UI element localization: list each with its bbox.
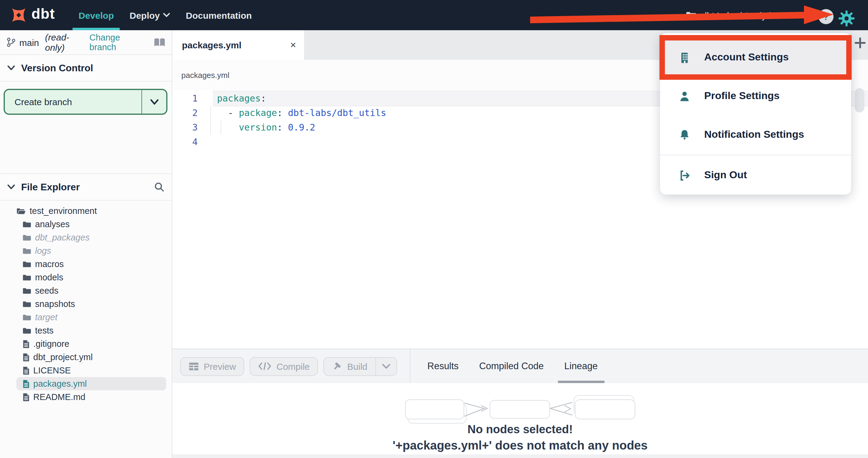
code-token: dbt-labs/dbt_utils [288,107,386,119]
dbt-logo-icon [8,5,29,25]
tree-item-label: LICENSE [33,365,71,375]
file-explorer-header[interactable]: File Explorer [0,174,172,201]
folder-icon [22,287,31,295]
compile-button[interactable]: Compile [250,357,318,375]
line-number: 3 [172,120,205,135]
file-icon [22,339,30,348]
chevron-down-icon [7,184,15,190]
file-packages-yml[interactable]: packages.yml [0,377,172,390]
folder-open-icon [16,207,26,215]
file-readme-md[interactable]: README.md [0,390,172,404]
folder-icon [22,220,31,228]
tree-item-label: models [35,272,63,282]
project-context[interactable]: dbt Labs / Analytics [685,0,780,30]
tree-item-label: .gitignore [33,339,69,349]
folder-icon [22,273,31,281]
hammer-icon [332,361,342,371]
file-dbt-project-yml[interactable]: dbt_project.yml [0,351,172,364]
docs-book-icon[interactable] [154,37,166,47]
tree-item-label: README.md [33,392,85,402]
version-control-title: Version Control [21,63,93,73]
tree-item-label: target [35,313,57,322]
editor-scrollbar-thumb[interactable] [855,88,864,112]
tab-label: Results [427,361,459,371]
file-gitignore[interactable]: .gitignore [0,337,172,351]
create-branch-caret-button[interactable] [142,90,166,113]
menu-item-label: Sign Out [704,169,747,181]
file-icon [22,366,30,375]
user-icon [678,90,691,102]
preview-button[interactable]: Preview [180,357,245,375]
change-branch-link[interactable]: Change branch [89,33,145,52]
folder-models[interactable]: models [0,271,172,284]
folder-snapshots[interactable]: snapshots [0,297,172,310]
folder-test-environment[interactable]: test_environment [0,204,172,218]
new-tab-plus-icon[interactable] [854,36,867,50]
folder-analyses[interactable]: analyses [0,218,172,231]
tree-item-label: tests [35,326,54,335]
branch-name: main [19,37,39,47]
code-token: packages [217,93,261,104]
folder-target[interactable]: target [0,310,172,324]
build-button[interactable]: Build [324,357,397,375]
toolbar-buttons: PreviewCompileBuild [180,349,397,383]
nav-item-deploy[interactable]: Deploy [130,0,170,30]
folder-logs[interactable]: logs [0,244,172,257]
tab-results[interactable]: Results [417,349,469,383]
menu-item-sign-out[interactable]: Sign Out [660,156,851,195]
sign-out-icon [678,169,691,182]
create-branch-label: Create branch [5,97,142,107]
menu-item-notification-settings[interactable]: Notification Settings [660,116,851,154]
lineage-panel: No nodes selected! '+packages.yml+' does… [172,383,868,454]
help-icon[interactable]: ? [818,9,834,24]
tab-compiled-code[interactable]: Compiled Code [469,349,554,383]
preview-button-main[interactable]: Preview [181,357,244,375]
folder-dbt-packages[interactable]: dbt_packages [0,231,172,244]
file-license[interactable]: LICENSE [0,364,172,377]
file-tree: test_environmentanalysesdbt_packageslogs… [0,201,172,404]
compile-button-main[interactable]: Compile [251,357,318,375]
close-tab-icon[interactable]: × [282,39,304,51]
tree-item-label: analyses [35,219,69,229]
branch-row: main (read-only) Change branch [0,30,172,55]
tree-item-label: packages.yml [33,379,87,389]
folder-seeds[interactable]: seeds [0,284,172,297]
bottom-toolbar: PreviewCompileBuild ResultsCompiled Code… [172,349,868,383]
file-explorer-title: File Explorer [21,182,80,192]
tree-item-label: logs [35,246,51,256]
account-settings-menu: Account SettingsProfile SettingsNotifica… [660,33,851,195]
build-caret-button[interactable] [375,357,397,375]
gear-icon[interactable] [838,10,855,27]
version-control-header[interactable]: Version Control [0,55,172,81]
top-navbar: dbt Develop Deploy Documentation dbt Lab… [0,0,868,30]
line-number: 4 [172,135,205,149]
folder-tests[interactable]: tests [0,324,172,337]
menu-divider [660,155,851,155]
file-icon [22,353,30,362]
tab-packages-yml[interactable]: packages.yml × [172,30,304,60]
table-icon [189,362,199,371]
button-label: Compile [277,361,310,371]
menu-item-label: Notification Settings [704,129,804,141]
nav-item-documentation[interactable]: Documentation [186,0,252,30]
brand-text: dbt [31,5,55,22]
menu-item-account-settings[interactable]: Account Settings [660,38,851,77]
search-icon[interactable] [154,182,164,192]
tab-lineage[interactable]: Lineage [554,349,608,383]
code-token: : [277,107,288,119]
create-branch-button[interactable]: Create branch [4,89,167,115]
tab-label: Compiled Code [479,361,544,371]
build-button-main[interactable]: Build [324,357,375,375]
chevron-down-icon [163,13,170,18]
horizontal-scroll-track[interactable] [172,454,868,458]
menu-item-profile-settings[interactable]: Profile Settings [660,77,851,116]
folder-icon [685,10,697,20]
indent-guide [220,120,221,135]
tree-item-label: test_environment [30,206,97,216]
tree-item-label: macros [35,259,64,269]
folder-icon [22,300,31,308]
nav-item-develop[interactable]: Develop [79,0,114,30]
code-token: - [217,107,239,119]
folder-macros[interactable]: macros [0,257,172,271]
indent-guide [210,106,211,135]
